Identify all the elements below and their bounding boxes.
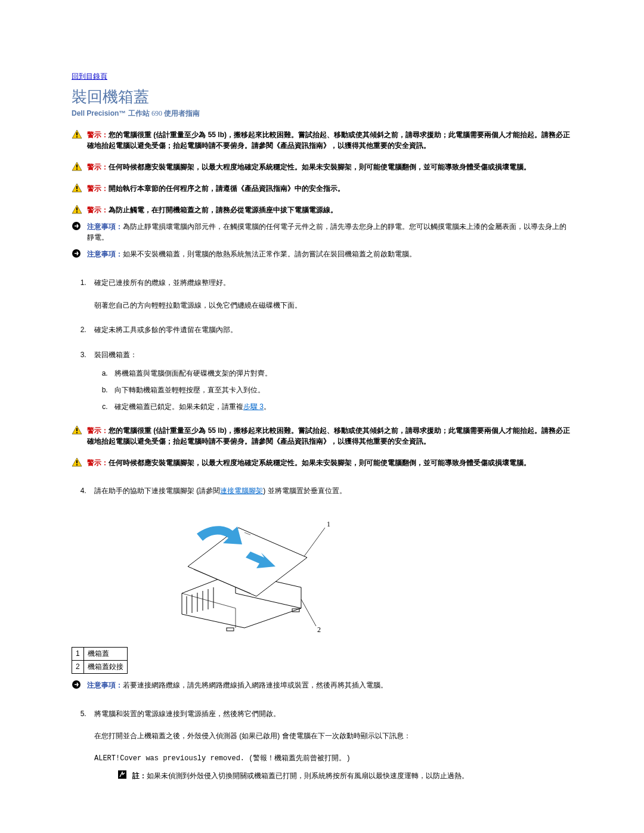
warning-icon: [72, 129, 85, 139]
svg-rect-5: [76, 169, 78, 170]
legend-num: 1: [72, 647, 84, 660]
notice-text: 為防止靜電損壞電腦內部元件，在觸摸電腦的任何電子元件之前，請先導去您身上的靜電。…: [87, 222, 566, 241]
note-icon: [118, 770, 128, 784]
svg-rect-10: [76, 208, 78, 210]
legend-text: 機箱蓋鉸接: [83, 660, 127, 673]
step-1: 確定已連接所有的纜線，並將纜線整理好。 朝著您自己的方向輕輕拉動電源線，以免它們…: [88, 277, 572, 312]
notice-label: 注意事項：: [87, 250, 123, 258]
notice-label: 注意事項：: [87, 222, 123, 231]
step-2: 確定未將工具或多餘的零件遺留在電腦內部。: [88, 324, 572, 337]
notice-label: 注意事項：: [87, 681, 123, 689]
notice-text: 如果不安裝機箱蓋，則電腦的散熱系統無法正常作業。請勿嘗試在裝回機箱蓋之前啟動電腦…: [123, 250, 416, 258]
step-3: 裝回機箱蓋： 將機箱蓋與電腦側面配有硬碟機支架的彈片對齊。 向下轉動機箱蓋並輕輕…: [88, 349, 572, 413]
notice-text: 若要連接網路纜線，請先將網路纜線插入網路連接埠或裝置，然後再將其插入電腦。: [123, 681, 388, 689]
svg-rect-19: [76, 465, 78, 466]
warning-stand: 警示：任何時候都應安裝電腦腳架，以最大程度地確定系統穩定性。如果未安裝腳架，則可…: [72, 162, 572, 172]
alert-code: ALERT!Cover was previously removed. (警報！…: [94, 753, 572, 766]
warning-stand-2: 警示：任何時候都應安裝電腦腳架，以最大程度地確定系統穩定性。如果未安裝腳架，則可…: [72, 457, 572, 468]
svg-text:1: 1: [327, 520, 330, 528]
svg-line-31: [301, 599, 316, 626]
step-para: 朝著您自己的方向輕輕拉動電源線，以免它們纏繞在磁碟機下面。: [94, 299, 572, 312]
step-text: 。: [264, 402, 271, 411]
warning-text: 任何時候都應安裝電腦腳架，以最大程度地確定系統穩定性。如果未安裝腳架，則可能使電…: [109, 459, 531, 467]
svg-rect-7: [76, 186, 78, 189]
svg-line-30: [304, 528, 325, 556]
table-row: 1 機箱蓋: [72, 647, 128, 660]
step-5: 將電腦和裝置的電源線連接到電源插座，然後將它們開啟。 在您打開並合上機箱蓋之後，…: [88, 708, 572, 783]
subtitle-model: 690: [151, 109, 162, 117]
step-3a: 將機箱蓋與電腦側面配有硬碟機支架的彈片對齊。: [110, 367, 572, 380]
notice-cover: 注意事項：如果不安裝機箱蓋，則電腦的散熱系統無法正常作業。請勿嘗試在裝回機箱蓋之…: [72, 249, 572, 260]
warning-text: 任何時候都應安裝電腦腳架，以最大程度地確定系統穩定性。如果未安裝腳架，則可能使電…: [109, 163, 531, 171]
subtitle-suffix: 使用者指南: [162, 109, 200, 117]
svg-rect-11: [76, 212, 78, 213]
step-text: ) 並將電腦置於垂直位置。: [263, 487, 346, 495]
svg-rect-16: [76, 432, 78, 433]
warning-text: 您的電腦很重 (估計重量至少為 55 lb)，搬移起來比較困難。嘗試抬起、移動或…: [87, 131, 570, 150]
cover-diagram: 1 2: [125, 510, 572, 635]
warning-icon: [72, 425, 85, 435]
warning-safety: 警示：開始執行本章節的任何程序之前，請遵循《產品資訊指南》中的安全指示。: [72, 183, 572, 194]
note-label: 註：: [132, 772, 147, 780]
table-row: 2 機箱蓋鉸接: [72, 660, 128, 673]
warning-weight-2: 警示：您的電腦很重 (估計重量至少為 55 lb)，搬移起來比較困難。嘗試抬起、…: [72, 425, 572, 447]
step-3b: 向下轉動機箱蓋並輕輕按壓，直至其卡入到位。: [110, 384, 572, 397]
notice-esd: 注意事項：為防止靜電損壞電腦內部元件，在觸摸電腦的任何電子元件之前，請先導去您身…: [72, 221, 572, 243]
svg-rect-2: [76, 137, 78, 138]
steps-list-3: 將電腦和裝置的電源線連接到電源插座，然後將它們開啟。 在您打開並合上機箱蓋之後，…: [72, 708, 572, 783]
subtitle: Dell Precision™ 工作站 690 使用者指南: [72, 109, 572, 119]
svg-text:2: 2: [317, 625, 321, 634]
steps-list: 確定已連接所有的纜線，並將纜線整理好。 朝著您自己的方向輕輕拉動電源線，以免它們…: [72, 277, 572, 413]
step-text: 確定已連接所有的纜線，並將纜線整理好。: [94, 278, 230, 287]
legend-text: 機箱蓋: [83, 647, 127, 660]
svg-rect-1: [76, 132, 78, 135]
stand-link[interactable]: 連接電腦腳架: [220, 487, 263, 495]
warning-label: 警示：: [87, 184, 109, 193]
subtitle-prefix: Dell Precision™ 工作站: [72, 109, 151, 117]
warning-text: 為防止觸電，在打開機箱蓋之前，請務必從電源插座中拔下電腦電源線。: [109, 206, 338, 214]
legend-num: 2: [72, 660, 84, 673]
warning-text: 開始執行本章節的任何程序之前，請遵循《產品資訊指南》中的安全指示。: [109, 184, 345, 193]
warning-label: 警示：: [87, 163, 109, 171]
note-fan: 註：如果未偵測到外殼侵入切換開關或機箱蓋已打開，則系統將按所有風扇以最快速度運轉…: [118, 770, 572, 784]
steps-list-2: 請在助手的協助下連接電腦腳架 (請參閱連接電腦腳架) 並將電腦置於垂直位置。: [72, 485, 572, 498]
warning-label: 警示：: [87, 426, 109, 435]
warning-shock: 警示：為防止觸電，在打開機箱蓋之前，請務必從電源插座中拔下電腦電源線。: [72, 205, 572, 215]
page-title: 裝回機箱蓋: [72, 86, 572, 107]
warning-label: 警示：: [87, 206, 109, 214]
substeps: 將機箱蓋與電腦側面配有硬碟機支架的彈片對齊。 向下轉動機箱蓋並輕輕按壓，直至其卡…: [94, 367, 572, 413]
svg-rect-4: [76, 165, 78, 168]
step-3c: 確定機箱蓋已鎖定。如果未鎖定，請重複步驟 3。: [110, 401, 572, 414]
svg-rect-8: [76, 190, 78, 191]
step-text: 確定機箱蓋已鎖定。如果未鎖定，請重複: [114, 402, 243, 411]
step-text: 裝回機箱蓋：: [94, 351, 137, 359]
warning-icon: [72, 183, 85, 193]
legend-table: 1 機箱蓋 2 機箱蓋鉸接: [72, 647, 128, 674]
warning-icon: [72, 205, 85, 214]
step-text: 請在助手的協助下連接電腦腳架 (請參閱: [94, 487, 220, 495]
notice-network: 注意事項：若要連接網路纜線，請先將網路纜線插入網路連接埠或裝置，然後再將其插入電…: [72, 680, 572, 691]
step-text: 將電腦和裝置的電源線連接到電源插座，然後將它們開啟。: [94, 710, 280, 718]
notice-icon: [72, 221, 85, 233]
svg-rect-26: [227, 628, 234, 631]
warning-weight: 警示：您的電腦很重 (估計重量至少為 55 lb)，搬移起來比較困難。嘗試抬起、…: [72, 129, 572, 151]
note-text: 如果未偵測到外殼侵入切換開關或機箱蓋已打開，則系統將按所有風扇以最快速度運轉，以…: [147, 772, 469, 780]
warning-icon: [72, 162, 85, 171]
notice-icon: [72, 249, 85, 260]
back-to-toc-link[interactable]: 回到目錄頁: [72, 72, 107, 80]
warning-icon: [72, 457, 85, 467]
notice-icon: [72, 680, 85, 691]
warning-label: 警示：: [87, 459, 109, 467]
warning-text: 您的電腦很重 (估計重量至少為 55 lb)，搬移起來比較困難。嘗試抬起、移動或…: [87, 426, 570, 445]
step-para: 在您打開並合上機箱蓋之後，外殼侵入偵測器 (如果已啟用) 會使電腦在下一次啟動時…: [94, 730, 572, 743]
step-4: 請在助手的協助下連接電腦腳架 (請參閱連接電腦腳架) 並將電腦置於垂直位置。: [88, 485, 572, 498]
step3-link[interactable]: 步驟 3: [243, 402, 264, 411]
warning-label: 警示：: [87, 131, 109, 139]
svg-rect-15: [76, 428, 78, 431]
svg-rect-18: [76, 460, 78, 463]
